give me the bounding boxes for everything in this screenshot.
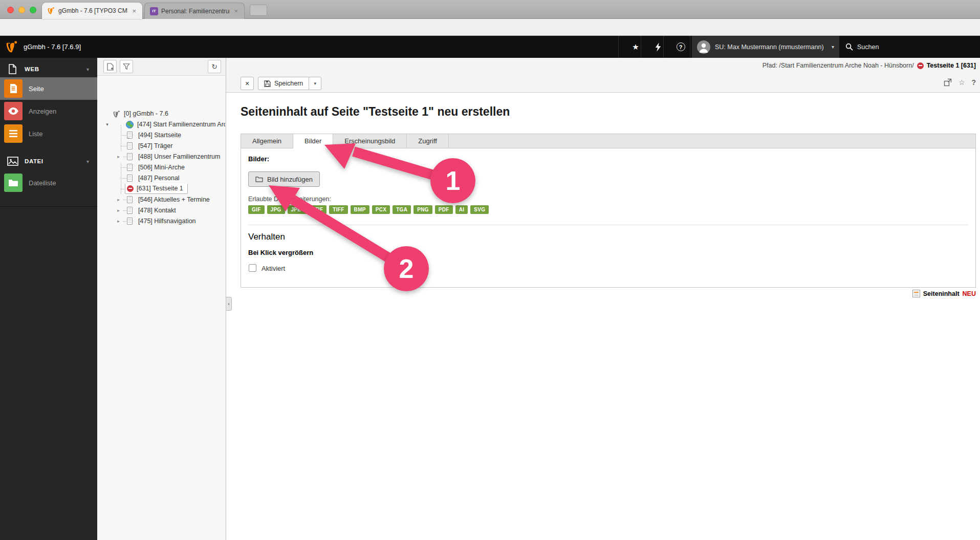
ext-badge: AI [455, 205, 468, 214]
page-shortcut-icon: → [127, 132, 133, 139]
tab-close-icon[interactable]: × [233, 7, 239, 15]
browser-tab-inactive[interactable]: iT Personal: Familienzentrum × [144, 3, 245, 19]
window-minimize-button[interactable] [18, 7, 25, 13]
tree-node-personal[interactable]: [487] Personal [97, 173, 226, 184]
typo3-logo-icon[interactable] [5, 40, 19, 54]
add-image-label: Bild hinzufügen [267, 176, 313, 183]
bookmark-icon[interactable]: ☆ [959, 78, 965, 87]
current-page-label: Testseite 1 [631] [927, 62, 976, 69]
tree-node-aktuelles-termine[interactable]: ▸ [546] Aktuelles + Termine [97, 195, 226, 205]
tab-close-icon[interactable]: × [131, 7, 137, 15]
tab-title: gGmbh - 7.6 [TYPO3 CMS [58, 7, 128, 14]
ext-badge: PDF [435, 205, 453, 214]
form-tabs: Allgemein Bilder Erscheinungsbild Zugrif… [241, 134, 976, 148]
tab-allgemein[interactable]: Allgemein [241, 134, 293, 148]
avatar [697, 40, 710, 54]
tree-collapsed-icon[interactable]: ▸ [115, 195, 122, 205]
add-image-button[interactable]: Bild hinzufügen [248, 171, 320, 187]
tree-node-traeger[interactable]: [547] Träger [97, 141, 226, 152]
tree-node-start-familienzentrum[interactable]: ▾ [474] Start Familienzentrum Arc [97, 119, 226, 130]
docheader-tools: ☆ ? [944, 78, 976, 87]
ext-badge: TIF [311, 205, 326, 214]
section-header-datei[interactable]: DATEI ▾ [0, 153, 97, 169]
page-title: Seiteninhalt auf Seite "Testseite 1" neu… [241, 105, 510, 119]
page-tree: [0] gGmbh - 7.6 ▾ [474] Start Familienze… [97, 76, 226, 540]
tree-node-unser-familienzentrum[interactable]: ▸ [488] Unser Familienzentrum [97, 152, 226, 162]
field-label-click-enlarge: Bei Klick vergrößern [248, 249, 313, 256]
tree-node-hilfsnavigation[interactable]: ▸ [475] Hilfsnavigation [97, 216, 226, 227]
hidden-page-icon [917, 62, 924, 69]
typo3-root-icon [113, 110, 121, 118]
new-record-label: Seiteninhalt [923, 290, 960, 297]
ext-badge: JPG [267, 205, 285, 214]
bookmarks-icon[interactable]: ★ [625, 36, 646, 58]
tree-collapse-handle[interactable]: ‹ [226, 297, 232, 311]
browser-tab-active[interactable]: gGmbh - 7.6 [TYPO3 CMS × [42, 3, 142, 19]
search-button[interactable]: Suchen [845, 36, 879, 58]
chevron-down-icon: ▾ [832, 44, 834, 50]
tree-collapsed-icon[interactable]: ▸ [115, 216, 122, 227]
tree-collapsed-icon[interactable]: ▸ [115, 152, 122, 162]
tree-node-mini-arche[interactable]: [506] Mini-Arche [97, 162, 226, 173]
tree-node-startseite[interactable]: → [494] Startseite [97, 130, 226, 141]
sidebar-item-liste[interactable]: Liste [0, 122, 97, 145]
typo3-favicon [47, 7, 55, 15]
aktiviert-checkbox[interactable] [249, 264, 256, 272]
neu-badge: NEU [963, 290, 976, 297]
web-section-icon [7, 63, 17, 75]
aktiviert-label[interactable]: Aktiviert [262, 265, 285, 272]
browser-toolbar: ← → ↻ familienzentrum-kleeblatt-wiedenbr… [0, 19, 980, 36]
sidebar-item-anzeigen[interactable]: Anzeigen [0, 100, 97, 122]
page-icon [127, 218, 133, 225]
window-close-button[interactable] [7, 7, 14, 13]
window-maximize-button[interactable] [30, 7, 36, 13]
divider [0, 206, 97, 207]
selected-tree-node[interactable]: [631] Testseite 1 [125, 184, 188, 194]
help-icon[interactable]: ? [670, 36, 691, 58]
module-menu: WEB ▾ Seite Anzeigen Liste [0, 58, 97, 540]
save-dropdown-toggle[interactable]: ▾ [309, 77, 321, 90]
tab-erscheinungsbild[interactable]: Erscheinungsbild [333, 134, 407, 148]
tab-zugriff[interactable]: Zugriff [407, 134, 449, 148]
chevron-down-icon: ▾ [86, 67, 89, 72]
user-menu[interactable]: SU: Max Mustermann (mmustermann) ▾ [692, 36, 839, 58]
allowed-extensions-label: Erlaubte Dateierweiterungen: [248, 196, 331, 203]
ext-badge: JPEG [288, 205, 309, 214]
tree-expanded-icon[interactable]: ▾ [103, 119, 111, 130]
open-in-window-icon[interactable] [944, 78, 952, 87]
page-icon [127, 164, 133, 171]
new-page-button[interactable] [103, 60, 117, 73]
site-root-globe-icon [126, 121, 134, 128]
hidden-page-icon [127, 185, 134, 192]
sidebar-item-seite[interactable]: Seite [0, 77, 97, 100]
breadcrumb: Pfad: /Start Familienzentrum Arche Noah … [763, 62, 976, 69]
chevron-down-icon: ▾ [86, 159, 89, 164]
refresh-icon[interactable]: ↻ [208, 60, 221, 73]
field-label-bilder: Bilder: [248, 155, 269, 163]
clear-cache-icon[interactable] [648, 36, 668, 58]
help-icon[interactable]: ? [971, 78, 976, 87]
tab2-favicon: iT [150, 7, 158, 15]
content-frame: Pfad: /Start Familienzentrum Arche Noah … [226, 58, 980, 540]
sidebar-item-dateiliste[interactable]: Dateiliste [0, 171, 97, 194]
new-tab-button[interactable] [250, 5, 267, 16]
tree-collapsed-icon[interactable]: ▸ [115, 205, 122, 216]
tree-node-root[interactable]: [0] gGmbh - 7.6 [97, 109, 226, 119]
search-icon [845, 43, 853, 51]
save-label: Speichern [274, 80, 303, 87]
filter-icon[interactable] [120, 60, 133, 73]
section-header-web[interactable]: WEB ▾ [0, 61, 97, 77]
browser-tab-bar: gGmbh - 7.6 [TYPO3 CMS × iT Personal: Fa… [0, 0, 980, 19]
save-split-button[interactable]: Speichern ▾ [258, 77, 321, 90]
tree-node-testseite-1[interactable]: [631] Testseite 1 [97, 184, 226, 195]
tree-node-kontakt[interactable]: ▸ [478] Kontakt [97, 205, 226, 216]
close-document-button[interactable]: × [241, 77, 254, 90]
divider [248, 225, 968, 225]
tab-title: Personal: Familienzentrum [161, 8, 230, 15]
dateiliste-module-icon [4, 174, 23, 192]
ext-badge: BMP [351, 205, 369, 214]
tab-bilder[interactable]: Bilder [293, 134, 333, 149]
ext-badge: PNG [413, 205, 432, 214]
divider [641, 36, 641, 58]
content-element-icon [912, 290, 920, 297]
